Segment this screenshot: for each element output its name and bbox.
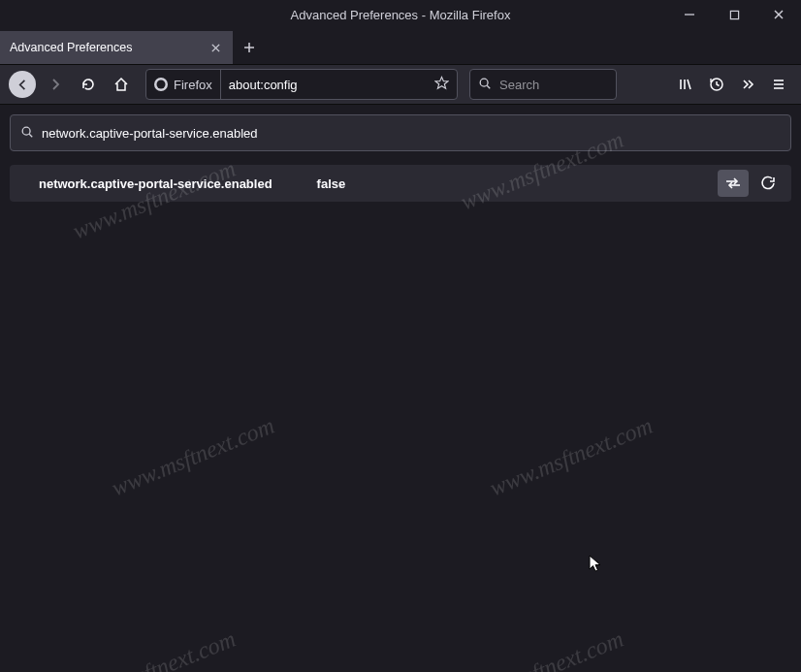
pref-toggle-button[interactable] — [718, 170, 749, 197]
window-minimize-button[interactable] — [667, 0, 712, 29]
svg-line-13 — [688, 80, 690, 89]
watermark: www.msftnext.com — [486, 413, 656, 502]
svg-point-9 — [480, 79, 488, 86]
bookmark-star-icon[interactable] — [434, 76, 457, 93]
pref-row[interactable]: network.captive-portal-service.enabled f… — [10, 165, 791, 202]
back-button[interactable] — [8, 70, 37, 99]
tab-close-button[interactable] — [206, 38, 225, 57]
home-button[interactable] — [107, 70, 136, 99]
library-button[interactable] — [671, 70, 700, 99]
config-search-input[interactable]: network.captive-portal-service.enabled — [10, 114, 791, 151]
pref-name: network.captive-portal-service.enabled — [39, 176, 272, 191]
forward-button[interactable] — [41, 70, 70, 99]
url-text[interactable]: about:config — [221, 78, 434, 92]
reload-button[interactable] — [74, 70, 103, 99]
svg-line-19 — [29, 134, 32, 137]
svg-point-8 — [157, 80, 166, 89]
search-bar[interactable]: Search — [469, 69, 617, 100]
app-menu-button[interactable] — [764, 70, 793, 99]
watermark: www.msftnext.com — [69, 626, 239, 672]
watermark: www.msftnext.com — [108, 413, 277, 502]
config-search-text: network.captive-portal-service.enabled — [42, 126, 258, 141]
svg-rect-1 — [730, 11, 738, 18]
cursor-icon — [589, 555, 602, 574]
overflow-button[interactable] — [733, 70, 762, 99]
search-icon — [470, 77, 499, 93]
identity-label: Firefox — [174, 78, 212, 92]
firefox-logo-icon — [154, 78, 168, 91]
window-close-button[interactable] — [756, 0, 801, 29]
pref-value: false — [317, 176, 346, 191]
browser-tab[interactable]: Advanced Preferences — [0, 31, 233, 64]
tab-label: Advanced Preferences — [10, 41, 132, 54]
window-maximize-button[interactable] — [712, 0, 756, 29]
svg-point-18 — [22, 127, 30, 135]
search-icon — [20, 125, 34, 142]
watermark: www.msftnext.com — [457, 626, 626, 672]
svg-line-10 — [487, 85, 490, 88]
window-title: Advanced Preferences - Mozilla Firefox — [291, 8, 511, 22]
identity-box[interactable]: Firefox — [146, 70, 221, 99]
history-button[interactable] — [702, 70, 731, 99]
pref-reset-button[interactable] — [753, 170, 784, 197]
new-tab-button[interactable] — [233, 31, 266, 64]
search-placeholder: Search — [499, 78, 539, 92]
url-bar[interactable]: Firefox about:config — [145, 69, 458, 100]
